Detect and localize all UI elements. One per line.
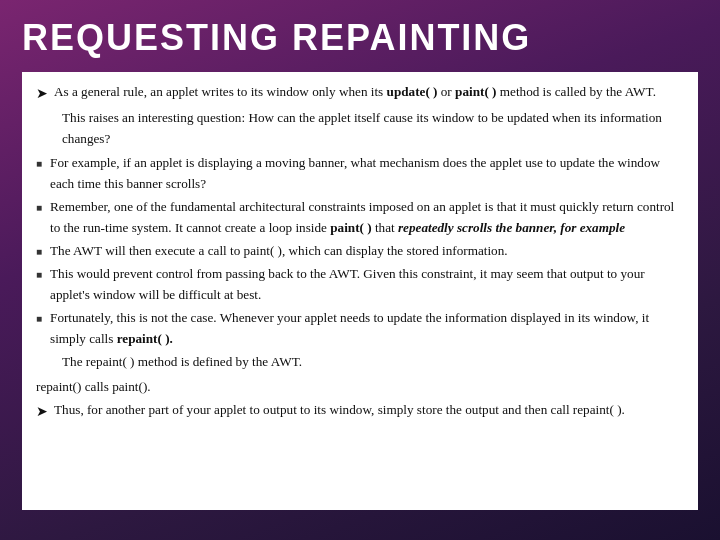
bullet-4-text: The AWT will then execute a call to pain… xyxy=(50,241,684,261)
indent-text-2: The repaint( ) method is defined by the … xyxy=(62,352,684,372)
bullet-7-text: Thus, for another part of your applet to… xyxy=(54,400,684,420)
slide-title: REQUESTING REPAINTING xyxy=(22,18,698,58)
arrow-icon-7: ➤ xyxy=(36,401,48,423)
arrow-icon-1: ➤ xyxy=(36,83,48,105)
bold-paint2: paint( ) xyxy=(330,220,371,235)
square-icon-2: ■ xyxy=(36,156,42,172)
bullet-3-text: Remember, one of the fundamental archite… xyxy=(50,197,684,238)
bullet-2: ■ For example, if an applet is displayin… xyxy=(36,153,684,194)
square-icon-6: ■ xyxy=(36,311,42,327)
bullet-4: ■ The AWT will then execute a call to pa… xyxy=(36,241,684,261)
bullet-6-text: Fortunately, this is not the case. Whene… xyxy=(50,308,684,349)
bullet-1: ➤ As a general rule, an applet writes to… xyxy=(36,82,684,105)
bullet-5-text: This would prevent control from passing … xyxy=(50,264,684,305)
square-icon-3: ■ xyxy=(36,200,42,216)
bullet-2-text: For example, if an applet is displaying … xyxy=(50,153,684,194)
bold-italic-scrolls: repeatedly scrolls the banner, for examp… xyxy=(398,220,625,235)
bullet-7: ➤ Thus, for another part of your applet … xyxy=(36,400,684,423)
square-icon-5: ■ xyxy=(36,267,42,283)
indent-text-1: This raises an interesting question: How… xyxy=(62,108,684,149)
bullet-3: ■ Remember, one of the fundamental archi… xyxy=(36,197,684,238)
bullet-6: ■ Fortunately, this is not the case. Whe… xyxy=(36,308,684,349)
slide-container: REQUESTING REPAINTING ➤ As a general rul… xyxy=(0,0,720,540)
bold-repaint: repaint( ). xyxy=(117,331,173,346)
bullet-1-text: As a general rule, an applet writes to i… xyxy=(54,82,684,102)
square-icon-4: ■ xyxy=(36,244,42,260)
content-area: ➤ As a general rule, an applet writes to… xyxy=(22,72,698,510)
bullet-5: ■ This would prevent control from passin… xyxy=(36,264,684,305)
bold-update: update( ) xyxy=(387,84,438,99)
repaint-calls-paint: repaint() calls paint(). xyxy=(36,377,684,397)
bold-paint: paint( ) xyxy=(455,84,496,99)
